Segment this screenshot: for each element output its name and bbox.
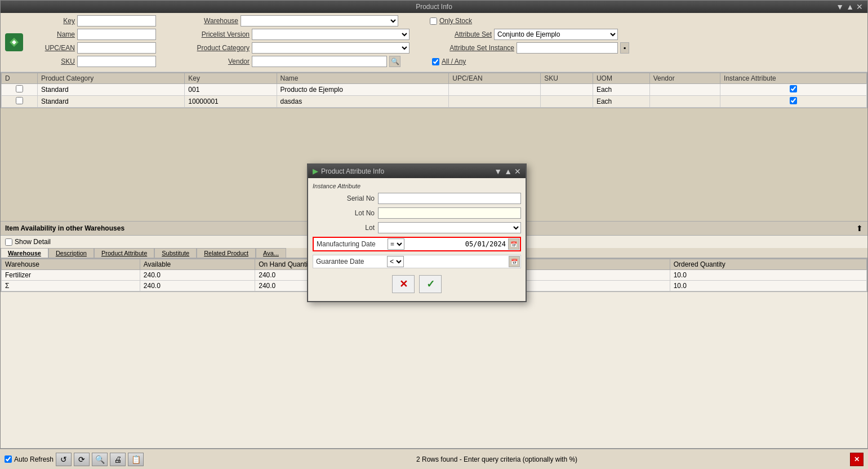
lot-label: Lot <box>313 224 375 232</box>
manufacturing-date-row: Manufacturing Date = < > 📅 <box>313 237 521 251</box>
lot-no-row: Lot No <box>313 207 521 219</box>
modal-minimize-button[interactable]: ▼ <box>494 167 502 176</box>
lot-no-input[interactable] <box>378 207 521 219</box>
guarantee-date-value[interactable] <box>404 256 509 267</box>
modal-buttons: ✕ ✓ <box>313 272 521 297</box>
guarantee-date-calendar-btn[interactable]: 📅 <box>509 256 520 267</box>
serial-no-row: Serial No <box>313 193 521 204</box>
modal-body: Instance Attribute Serial No Lot No Lot … <box>308 178 526 301</box>
modal-overlay: ▶ Product Attribute Info ▼ ▲ ✕ Instance … <box>0 0 868 469</box>
modal-close-button[interactable]: ✕ <box>514 167 521 176</box>
modal-title: Product Attribute Info <box>321 167 384 175</box>
manufacturing-date-op[interactable]: = < > <box>388 238 404 250</box>
serial-no-label: Serial No <box>313 194 375 202</box>
guarantee-date-op[interactable]: < = > <box>387 256 404 267</box>
cancel-icon: ✕ <box>399 278 408 290</box>
guarantee-date-row: Guarantee Date < = > 📅 <box>313 255 521 268</box>
modal-titlebar: ▶ Product Attribute Info ▼ ▲ ✕ <box>308 165 526 178</box>
modal-cancel-button[interactable]: ✕ <box>392 275 415 293</box>
manufacturing-date-calendar-btn[interactable]: 📅 <box>508 238 519 250</box>
serial-no-input[interactable] <box>378 193 521 204</box>
product-attribute-modal: ▶ Product Attribute Info ▼ ▲ ✕ Instance … <box>307 163 527 302</box>
modal-titlebar-controls: ▼ ▲ ✕ <box>494 167 521 176</box>
modal-maximize-button[interactable]: ▲ <box>504 167 512 176</box>
modal-logo-icon: ▶ <box>313 167 318 175</box>
manufacturing-date-label: Manufacturing Date <box>314 239 388 249</box>
manufacturing-date-value[interactable] <box>404 238 508 250</box>
lot-no-label: Lot No <box>313 209 375 217</box>
ok-icon: ✓ <box>426 278 435 290</box>
instance-attribute-label: Instance Attribute <box>313 183 521 189</box>
lot-row: Lot <box>313 222 521 233</box>
modal-ok-button[interactable]: ✓ <box>419 275 442 293</box>
modal-title-left: ▶ Product Attribute Info <box>313 167 384 175</box>
guarantee-date-label: Guarantee Date <box>314 256 387 267</box>
lot-select[interactable] <box>378 222 521 233</box>
